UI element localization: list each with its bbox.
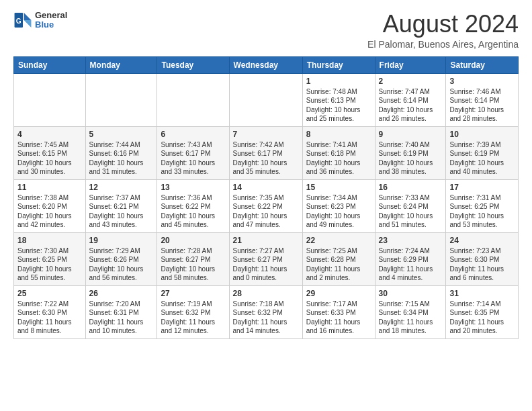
calendar-header-monday: Monday	[85, 56, 157, 73]
day-number: 15	[306, 183, 371, 192]
calendar-cell	[157, 73, 229, 126]
day-number: 22	[306, 236, 371, 245]
day-number: 13	[161, 183, 225, 192]
calendar-header-friday: Friday	[375, 56, 446, 73]
main-title: August 2024	[367, 11, 519, 38]
day-number: 6	[161, 130, 225, 139]
calendar-cell: 19Sunrise: 7:29 AM Sunset: 6:26 PM Dayli…	[85, 232, 157, 285]
day-info: Sunrise: 7:29 AM Sunset: 6:26 PM Dayligh…	[89, 246, 154, 283]
day-info: Sunrise: 7:42 AM Sunset: 6:17 PM Dayligh…	[233, 140, 299, 177]
subtitle: El Palomar, Buenos Aires, Argentina	[367, 39, 519, 50]
day-number: 28	[233, 289, 299, 298]
day-info: Sunrise: 7:18 AM Sunset: 6:32 PM Dayligh…	[233, 300, 299, 336]
day-number: 4	[17, 130, 82, 139]
day-info: Sunrise: 7:39 AM Sunset: 6:19 PM Dayligh…	[449, 140, 515, 177]
calendar-cell: 9Sunrise: 7:40 AM Sunset: 6:19 PM Daylig…	[375, 126, 446, 179]
calendar-cell: 5Sunrise: 7:44 AM Sunset: 6:16 PM Daylig…	[85, 126, 157, 179]
page: G General Blue August 2024 El Palomar, B…	[0, 0, 532, 411]
calendar-cell: 28Sunrise: 7:18 AM Sunset: 6:32 PM Dayli…	[229, 285, 302, 338]
day-number: 14	[233, 183, 299, 192]
day-number: 31	[449, 289, 515, 298]
header: G General Blue August 2024 El Palomar, B…	[13, 11, 519, 50]
calendar-cell: 17Sunrise: 7:31 AM Sunset: 6:25 PM Dayli…	[446, 179, 519, 232]
calendar-table: SundayMondayTuesdayWednesdayThursdayFrid…	[13, 56, 519, 339]
calendar-header-wednesday: Wednesday	[229, 56, 302, 73]
calendar-cell	[85, 73, 157, 126]
calendar-cell: 25Sunrise: 7:22 AM Sunset: 6:30 PM Dayli…	[14, 285, 86, 338]
day-info: Sunrise: 7:30 AM Sunset: 6:25 PM Dayligh…	[17, 246, 82, 283]
day-number: 9	[379, 130, 443, 139]
calendar-cell: 23Sunrise: 7:24 AM Sunset: 6:29 PM Dayli…	[375, 232, 446, 285]
logo-blue-text: Blue	[35, 20, 67, 30]
calendar-cell: 6Sunrise: 7:43 AM Sunset: 6:17 PM Daylig…	[157, 126, 229, 179]
calendar-header-tuesday: Tuesday	[157, 56, 229, 73]
day-number: 11	[17, 183, 82, 192]
logo: G General Blue	[13, 11, 67, 30]
calendar-cell: 30Sunrise: 7:15 AM Sunset: 6:34 PM Dayli…	[375, 285, 446, 338]
calendar-header-row: SundayMondayTuesdayWednesdayThursdayFrid…	[14, 56, 519, 73]
calendar-cell: 12Sunrise: 7:37 AM Sunset: 6:21 PM Dayli…	[85, 179, 157, 232]
day-info: Sunrise: 7:44 AM Sunset: 6:16 PM Dayligh…	[89, 140, 154, 177]
calendar-cell: 10Sunrise: 7:39 AM Sunset: 6:19 PM Dayli…	[446, 126, 519, 179]
calendar-cell: 29Sunrise: 7:17 AM Sunset: 6:33 PM Dayli…	[302, 285, 375, 338]
calendar-week-row-3: 11Sunrise: 7:38 AM Sunset: 6:20 PM Dayli…	[14, 179, 519, 232]
day-number: 29	[306, 289, 371, 298]
day-info: Sunrise: 7:46 AM Sunset: 6:14 PM Dayligh…	[449, 87, 515, 124]
day-number: 24	[449, 236, 515, 245]
day-number: 10	[449, 130, 515, 139]
day-number: 25	[17, 289, 82, 298]
day-number: 16	[379, 183, 443, 192]
calendar-cell: 27Sunrise: 7:19 AM Sunset: 6:32 PM Dayli…	[157, 285, 229, 338]
day-number: 2	[379, 77, 443, 86]
day-number: 23	[379, 236, 443, 245]
day-info: Sunrise: 7:35 AM Sunset: 6:22 PM Dayligh…	[233, 193, 299, 230]
day-info: Sunrise: 7:43 AM Sunset: 6:17 PM Dayligh…	[161, 140, 225, 177]
calendar-header-saturday: Saturday	[446, 56, 519, 73]
day-number: 19	[89, 236, 154, 245]
day-number: 27	[161, 289, 225, 298]
calendar-cell: 31Sunrise: 7:14 AM Sunset: 6:35 PM Dayli…	[446, 285, 519, 338]
day-info: Sunrise: 7:34 AM Sunset: 6:23 PM Dayligh…	[306, 193, 371, 230]
day-info: Sunrise: 7:27 AM Sunset: 6:27 PM Dayligh…	[233, 246, 299, 283]
calendar-cell: 21Sunrise: 7:27 AM Sunset: 6:27 PM Dayli…	[229, 232, 302, 285]
calendar-cell: 8Sunrise: 7:41 AM Sunset: 6:18 PM Daylig…	[302, 126, 375, 179]
day-info: Sunrise: 7:31 AM Sunset: 6:25 PM Dayligh…	[449, 193, 515, 230]
day-info: Sunrise: 7:14 AM Sunset: 6:35 PM Dayligh…	[449, 300, 515, 336]
calendar-cell: 14Sunrise: 7:35 AM Sunset: 6:22 PM Dayli…	[229, 179, 302, 232]
calendar-cell: 1Sunrise: 7:48 AM Sunset: 6:13 PM Daylig…	[302, 73, 375, 126]
day-number: 17	[449, 183, 515, 192]
logo-icon: G	[13, 11, 32, 30]
calendar-header-sunday: Sunday	[14, 56, 86, 73]
day-number: 7	[233, 130, 299, 139]
day-info: Sunrise: 7:22 AM Sunset: 6:30 PM Dayligh…	[17, 300, 82, 336]
calendar-cell: 18Sunrise: 7:30 AM Sunset: 6:25 PM Dayli…	[14, 232, 86, 285]
calendar-week-row-1: 1Sunrise: 7:48 AM Sunset: 6:13 PM Daylig…	[14, 73, 519, 126]
calendar-cell: 24Sunrise: 7:23 AM Sunset: 6:30 PM Dayli…	[446, 232, 519, 285]
day-info: Sunrise: 7:19 AM Sunset: 6:32 PM Dayligh…	[161, 300, 225, 336]
svg-text:G: G	[16, 17, 21, 25]
calendar-cell: 2Sunrise: 7:47 AM Sunset: 6:14 PM Daylig…	[375, 73, 446, 126]
calendar-cell: 26Sunrise: 7:20 AM Sunset: 6:31 PM Dayli…	[85, 285, 157, 338]
day-info: Sunrise: 7:47 AM Sunset: 6:14 PM Dayligh…	[379, 87, 443, 124]
calendar-cell: 7Sunrise: 7:42 AM Sunset: 6:17 PM Daylig…	[229, 126, 302, 179]
day-number: 5	[89, 130, 154, 139]
day-info: Sunrise: 7:15 AM Sunset: 6:34 PM Dayligh…	[379, 300, 443, 336]
day-info: Sunrise: 7:25 AM Sunset: 6:28 PM Dayligh…	[306, 246, 371, 283]
calendar-cell	[14, 73, 86, 126]
day-info: Sunrise: 7:33 AM Sunset: 6:24 PM Dayligh…	[379, 193, 443, 230]
calendar-week-row-5: 25Sunrise: 7:22 AM Sunset: 6:30 PM Dayli…	[14, 285, 519, 338]
day-number: 21	[233, 236, 299, 245]
day-number: 8	[306, 130, 371, 139]
calendar-cell: 3Sunrise: 7:46 AM Sunset: 6:14 PM Daylig…	[446, 73, 519, 126]
day-number: 12	[89, 183, 154, 192]
day-info: Sunrise: 7:23 AM Sunset: 6:30 PM Dayligh…	[449, 246, 515, 283]
day-info: Sunrise: 7:24 AM Sunset: 6:29 PM Dayligh…	[379, 246, 443, 283]
day-number: 1	[306, 77, 371, 86]
day-info: Sunrise: 7:45 AM Sunset: 6:15 PM Dayligh…	[17, 140, 82, 177]
title-block: August 2024 El Palomar, Buenos Aires, Ar…	[367, 11, 519, 50]
day-number: 3	[449, 77, 515, 86]
day-info: Sunrise: 7:41 AM Sunset: 6:18 PM Dayligh…	[306, 140, 371, 177]
calendar-cell: 20Sunrise: 7:28 AM Sunset: 6:27 PM Dayli…	[157, 232, 229, 285]
calendar-week-row-4: 18Sunrise: 7:30 AM Sunset: 6:25 PM Dayli…	[14, 232, 519, 285]
calendar-cell: 16Sunrise: 7:33 AM Sunset: 6:24 PM Dayli…	[375, 179, 446, 232]
